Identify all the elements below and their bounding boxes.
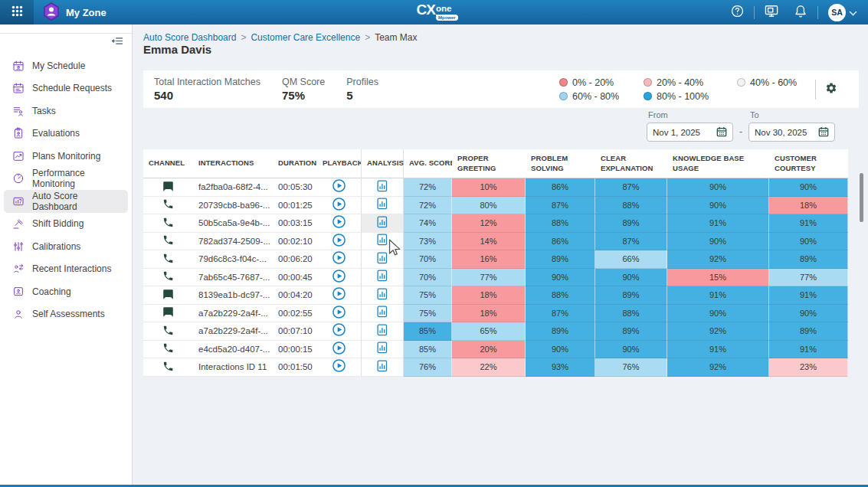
analysis-button[interactable] <box>377 234 388 248</box>
sidebar-item-recent-interactions[interactable]: Recent Interactions <box>4 258 128 281</box>
analysis-chart-icon <box>377 252 388 266</box>
from-label: From <box>648 110 733 119</box>
playback-button[interactable] <box>332 287 346 302</box>
channel-cell <box>143 322 193 341</box>
analysis-button[interactable] <box>377 342 388 356</box>
from-date-input[interactable]: Nov 1, 2025 <box>647 123 733 142</box>
score-cell-clear-explanation: 88% <box>595 305 667 323</box>
score-cell-knowledge-base-usage: 15% <box>667 269 769 287</box>
analysis-chart-icon <box>377 216 388 230</box>
score-cell-proper-greeting: 16% <box>452 250 526 269</box>
stat-label: Profiles <box>346 77 378 87</box>
user-avatar[interactable]: SA <box>828 4 846 21</box>
help-button[interactable] <box>722 0 752 25</box>
playback-cell <box>317 305 361 323</box>
sidebar-item-my-schedule[interactable]: My Schedule <box>4 54 128 77</box>
app-switcher-button[interactable] <box>0 0 34 25</box>
score-cell-problem-solving: 87% <box>526 305 595 323</box>
sidebar-item-performance-monitoring[interactable]: Performance Monitoring <box>4 168 128 191</box>
clipboard-user-icon <box>11 127 25 140</box>
from-date-group: From Nov 1, 2025 <box>647 110 733 142</box>
playback-button[interactable] <box>332 251 346 266</box>
monitoring-button[interactable] <box>757 0 786 25</box>
settings-button[interactable] <box>825 82 837 96</box>
stat-value: 540 <box>154 89 260 102</box>
analysis-button[interactable] <box>377 270 388 284</box>
to-date-value: Nov 30, 2025 <box>755 128 807 137</box>
score-cell-clear-explanation: 89% <box>595 214 667 233</box>
analysis-cell <box>361 197 404 215</box>
legend-label: 20% - 40% <box>657 77 703 88</box>
product-badge: My Zone <box>43 2 106 23</box>
interactions-table: CHANNELINTERACTIONSDURATIONPLAYBACKANALY… <box>143 149 848 377</box>
breadcrumb-item-auto-score-dashboard[interactable]: Auto Score Dashboard <box>143 32 236 43</box>
table-row: Interactions ID 1100:01:5076%22%93%76%92… <box>143 358 848 377</box>
playback-button[interactable] <box>332 215 346 230</box>
to-date-input[interactable]: Nov 30, 2025 <box>748 123 835 142</box>
bell-icon <box>794 5 807 21</box>
person-icon <box>11 308 25 321</box>
sidebar-item-calibrations[interactable]: Calibrations <box>4 235 128 258</box>
playback-cell <box>317 197 361 215</box>
playback-button[interactable] <box>332 179 346 194</box>
table-row: 782ad374-2509-...00:02:1073%14%86%87%90%… <box>143 233 848 251</box>
phone-icon <box>162 198 174 211</box>
playback-cell <box>317 250 361 269</box>
score-legend: 0% - 20%20% - 40%40% - 60%60% - 80%80% -… <box>559 77 806 102</box>
playback-button[interactable] <box>332 342 346 357</box>
playback-button[interactable] <box>332 306 346 321</box>
playback-button[interactable] <box>332 270 346 285</box>
analysis-button[interactable] <box>377 324 388 338</box>
sidebar-item-shift-bidding[interactable]: Shift Bidding <box>4 213 128 236</box>
analysis-button[interactable] <box>377 288 388 302</box>
sidebar-item-tasks[interactable]: Tasks <box>4 100 128 123</box>
score-cell-knowledge-base-usage: 91% <box>667 286 769 305</box>
sidebar-item-coaching[interactable]: Coaching <box>4 280 128 303</box>
score-cell-avg-score: 72% <box>404 178 452 197</box>
logo-mpower-badge: Mpower <box>436 15 458 21</box>
analysis-button[interactable] <box>377 180 388 194</box>
sidebar-item-auto-score-dashboard[interactable]: Auto Score Dashboard <box>4 190 128 213</box>
duration-cell: 00:02:10 <box>273 233 317 251</box>
sidebar-item-schedule-requests[interactable]: Schedule Requests <box>4 77 128 100</box>
user-menu-chevron[interactable] <box>849 5 860 19</box>
notifications-button[interactable] <box>786 0 815 25</box>
analysis-button[interactable] <box>377 252 388 266</box>
table-row: a7a2b229-2a4f-...00:02:5575%18%87%88%90%… <box>143 305 848 323</box>
sidebar-item-plans-monitoring[interactable]: Plans Monitoring <box>4 145 128 168</box>
table-scrollbar[interactable] <box>860 173 863 222</box>
analysis-button[interactable] <box>377 306 388 320</box>
analysis-button[interactable] <box>377 216 388 230</box>
analysis-button[interactable] <box>377 360 388 374</box>
sidebar-nav: My ScheduleSchedule RequestsTasksEvaluat… <box>0 53 132 325</box>
playback-button[interactable] <box>332 359 346 374</box>
breadcrumb-item-customer-care-excellence[interactable]: Customer Care Excellence <box>251 32 360 43</box>
sidebar-collapse-button[interactable] <box>110 38 125 49</box>
channel-cell <box>143 197 193 215</box>
analysis-button[interactable] <box>377 198 388 212</box>
score-cell-customer-courtesy: 90% <box>769 305 848 323</box>
play-icon <box>332 359 346 374</box>
sidebar-item-label: Plans Monitoring <box>32 151 100 162</box>
score-cell-customer-courtesy: 91% <box>769 286 848 305</box>
calendar-icon <box>716 126 727 139</box>
analysis-chart-icon <box>377 180 388 194</box>
sidebar-item-self-assessments[interactable]: Self Assessments <box>4 303 128 326</box>
table-row: 79d6c8c3-f04c-...00:06:2070%16%89%66%92%… <box>143 250 848 269</box>
duration-cell: 00:07:10 <box>273 322 317 341</box>
analysis-cell <box>361 286 404 305</box>
phone-icon <box>162 325 174 338</box>
column-header-customer-courtesy: CUSTOMER COURTESY <box>769 149 848 178</box>
calendar-user-icon <box>11 59 25 72</box>
playback-button[interactable] <box>332 198 346 213</box>
score-cell-avg-score: 72% <box>404 197 452 215</box>
playback-button[interactable] <box>332 234 346 249</box>
playback-button[interactable] <box>332 323 346 338</box>
score-cell-avg-score: 70% <box>404 250 452 269</box>
interaction-id-cell: 8139ea1b-dc97-... <box>193 286 273 305</box>
task-list-icon <box>11 104 25 117</box>
sidebar-item-evaluations[interactable]: Evaluations <box>4 123 128 145</box>
analysis-chart-icon <box>377 270 388 284</box>
analysis-cell <box>361 233 404 251</box>
analysis-chart-icon <box>377 324 388 338</box>
